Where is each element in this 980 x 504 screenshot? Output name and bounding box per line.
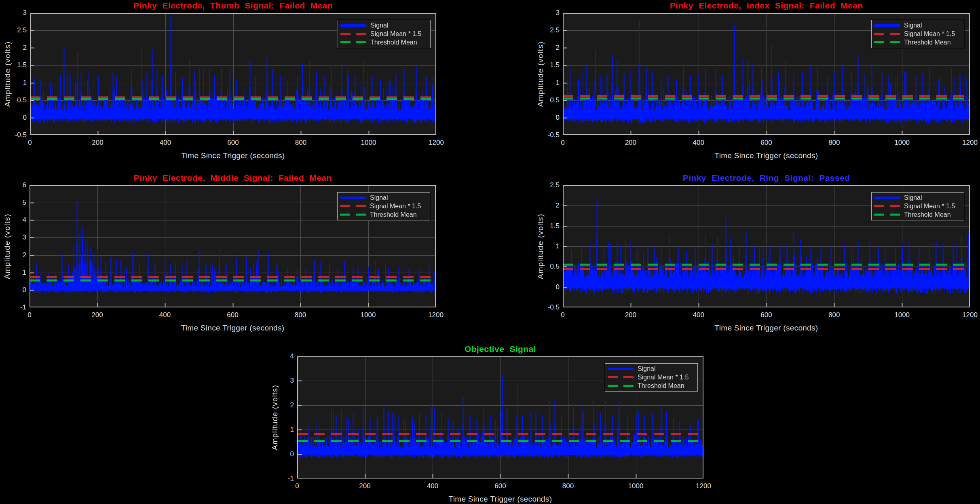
legend-dash — [890, 33, 900, 35]
legend-row-threshold-mean: Threshold Mean — [872, 210, 964, 219]
y-axis-label: Amplitude (volts) — [3, 214, 12, 279]
legend-dash — [623, 376, 634, 378]
y-tick-label: 2 — [534, 201, 560, 210]
solid-line-swatch — [608, 368, 634, 370]
x-tick-label: 1000 — [894, 139, 910, 147]
legend-middle: SignalSignal Mean * 1.5Threshold Mean — [337, 192, 430, 220]
legend-dash — [874, 205, 884, 207]
y-tick-label: 3 — [269, 377, 294, 385]
legend-dash — [608, 385, 618, 387]
y-tick-label: 4 — [269, 352, 294, 360]
legend-item-label: Threshold Mean — [904, 39, 951, 46]
solid-line-swatch — [874, 197, 900, 199]
legend-item-label: Signal — [370, 194, 388, 201]
x-tick-label: 200 — [625, 311, 636, 319]
x-tick-label: 1000 — [361, 139, 376, 147]
x-tick-label: 800 — [828, 139, 840, 147]
y-tick-label: -1 — [269, 474, 294, 483]
legend-dash — [340, 41, 351, 43]
x-tick-label: 200 — [625, 139, 636, 147]
x-tick-label: 1200 — [962, 139, 978, 147]
y-tick-label: 0 — [269, 450, 294, 458]
legend-dash — [356, 33, 366, 35]
legend-dash — [356, 205, 366, 207]
legend-row-signal: Signal — [872, 193, 964, 202]
legend-item-label: Signal — [638, 365, 655, 373]
x-axis-label: Time Since Trigger (seconds) — [297, 495, 703, 504]
y-tick-label: 0 — [2, 114, 27, 122]
x-tick-label: 0 — [28, 139, 32, 147]
solid-line-swatch — [340, 197, 366, 199]
dashed-line-swatch — [340, 41, 366, 43]
y-tick-label: -0.5 — [2, 131, 27, 139]
legend-item-label: Signal Mean * 1.5 — [370, 203, 421, 210]
legend-dash — [874, 33, 884, 35]
y-tick-label: -0.5 — [534, 131, 560, 139]
title-thumb: Pinky Electrode, Thumb Signal: Failed Me… — [30, 1, 436, 11]
legend-item-label: Threshold Mean — [370, 211, 417, 218]
y-axis-label: Amplitude (volts) — [536, 214, 545, 279]
dashed-line-swatch — [874, 205, 900, 207]
x-axis-label: Time Since Trigger (seconds) — [30, 324, 436, 332]
legend-row-signal-mean-1-5: Signal Mean * 1.5 — [872, 30, 964, 38]
legend-ring: SignalSignal Mean * 1.5Threshold Mean — [871, 192, 964, 220]
x-tick-label: 0 — [27, 311, 31, 319]
x-tick-label: 1000 — [628, 482, 644, 490]
legend-dash — [356, 214, 366, 216]
legend-dash — [890, 41, 900, 43]
x-tick-label: 1200 — [696, 482, 711, 490]
x-tick-label: 0 — [561, 139, 564, 147]
y-tick-label: 3 — [2, 9, 27, 17]
legend-line — [874, 24, 900, 27]
legend-item-label: Signal Mean * 1.5 — [904, 203, 955, 210]
x-tick-label: 400 — [693, 139, 704, 147]
legend-row-signal: Signal — [605, 364, 697, 373]
x-tick-label: 800 — [562, 482, 574, 490]
x-axis-label: Time Since Trigger (seconds) — [30, 151, 436, 160]
legend-dash — [356, 41, 366, 43]
y-tick-label: 0 — [534, 283, 560, 291]
dashed-line-swatch — [874, 214, 900, 216]
y-tick-label: 2.5 — [2, 26, 27, 34]
dashed-line-swatch — [874, 33, 900, 35]
solid-line-swatch — [340, 24, 366, 27]
legend-row-threshold-mean: Threshold Mean — [872, 38, 964, 47]
x-tick-label: 400 — [693, 311, 704, 319]
legend-item-label: Signal Mean * 1.5 — [904, 30, 955, 38]
x-tick-label: 600 — [760, 311, 772, 319]
y-tick-label: 0 — [1, 286, 26, 294]
legend-row-threshold-mean: Threshold Mean — [605, 381, 697, 390]
legend-row-signal: Signal — [338, 193, 430, 202]
dashed-line-swatch — [340, 214, 366, 216]
legend-dash — [890, 205, 900, 207]
legend-dash — [874, 41, 884, 43]
legend-objective: SignalSignal Mean * 1.5Threshold Mean — [605, 363, 698, 392]
legend-row-signal-mean-1-5: Signal Mean * 1.5 — [605, 373, 697, 381]
y-tick-label: -0.5 — [534, 303, 560, 311]
x-tick-label: 1000 — [894, 311, 910, 319]
x-axis-label: Time Since Trigger (seconds) — [563, 324, 970, 332]
dashed-line-swatch — [340, 205, 366, 207]
legend-row-signal: Signal — [338, 21, 430, 30]
x-tick-label: 400 — [159, 311, 171, 319]
x-tick-label: 600 — [227, 139, 239, 147]
y-axis-label: Amplitude (volts) — [3, 41, 12, 107]
x-tick-label: 0 — [295, 482, 299, 490]
legend-dash — [340, 214, 350, 216]
y-tick-label: 3 — [534, 9, 560, 17]
x-tick-label: 1200 — [962, 311, 978, 319]
legend-row-signal-mean-1-5: Signal Mean * 1.5 — [338, 30, 430, 38]
legend-row-threshold-mean: Threshold Mean — [338, 210, 430, 219]
title-index: Pinky Electrode, Index Signal: Failed Me… — [563, 1, 970, 11]
legend-row-threshold-mean: Threshold Mean — [338, 38, 430, 47]
legend-item-label: Threshold Mean — [904, 211, 951, 218]
x-tick-label: 1000 — [361, 311, 376, 319]
legend-dash — [340, 205, 350, 207]
x-tick-label: 600 — [227, 311, 238, 319]
title-middle: Pinky Electrode, Middle Signal: Failed M… — [30, 173, 436, 183]
dashed-line-swatch — [340, 33, 366, 35]
y-axis-label: Amplitude (volts) — [270, 385, 279, 450]
x-tick-label: 400 — [160, 139, 171, 147]
y-tick-label: 2.5 — [534, 181, 560, 189]
legend-row-signal-mean-1-5: Signal Mean * 1.5 — [338, 202, 430, 210]
